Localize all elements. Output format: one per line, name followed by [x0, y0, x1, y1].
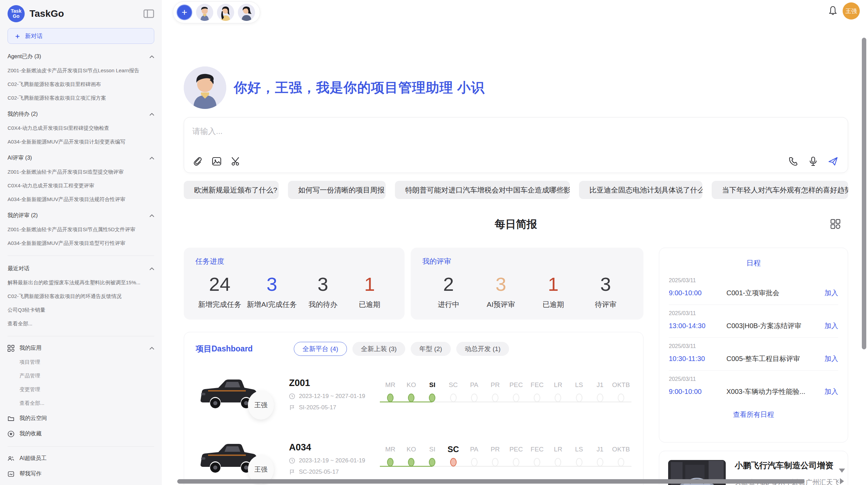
sidebar-item-help-write[interactable]: 帮我写作: [8, 470, 154, 477]
project-dashboard-card: 项目Dashboard 全新平台 (4) 全新上装 (3) 年型 (2) 动总开…: [184, 332, 643, 485]
task-item[interactable]: Z001-全新燃油轻卡产品开发项目SI节点属性5D文件评审: [8, 226, 154, 233]
collaborator-avatar[interactable]: [217, 4, 234, 21]
recent-chat-item[interactable]: C02-飞腾新能源轻客改款项目的闭环通告反馈情况: [8, 293, 154, 300]
logo-text-1: Task: [11, 9, 22, 14]
tab-powertrain[interactable]: 动总开发 (1): [456, 342, 509, 356]
suggestion-chips: 欧洲新规最近颁布了什么? 如何写一份清晰的项目周报 特朗普可能对进口汽车增税会对…: [184, 181, 848, 199]
stat-label: 进行中: [428, 300, 469, 309]
view-all-apps-link[interactable]: 查看全部...: [20, 400, 154, 407]
suggestion-chip[interactable]: 特朗普可能对进口汽车增税会对中国车企造成哪些影响: [395, 181, 570, 199]
suggestion-chip[interactable]: 当下年轻人对汽车外观有怎样的喜好趋势: [712, 181, 848, 199]
send-icon[interactable]: [828, 156, 838, 166]
chevron-up-icon: [149, 267, 154, 270]
flag-text: SC-2025-05-17: [299, 469, 339, 475]
notification-bell-icon[interactable]: [828, 5, 837, 16]
project-row-z001[interactable]: 王强 Z001 2023-12-19 ~ 2027-01-19 SI-2025-…: [196, 368, 631, 420]
suggestion-chip[interactable]: 欧洲新规最近颁布了什么?: [184, 181, 279, 199]
task-item[interactable]: Z001-全新燃油轻卡产品开发项目SI造型提交物评审: [8, 169, 154, 175]
chevron-up-icon: [149, 55, 154, 58]
sidebar-item-cloud-space[interactable]: 我的云空间: [8, 415, 154, 422]
task-item[interactable]: Z001-全新燃油皮卡产品开发项目SI节点Lesson Learn报告: [8, 67, 154, 74]
vertical-scrollbar[interactable]: [862, 38, 866, 349]
chevron-up-icon: [149, 214, 154, 217]
suggestion-chip[interactable]: 如何写一份清晰的项目周报: [288, 181, 386, 199]
section-header-my-review[interactable]: 我的评审 (2): [8, 212, 154, 219]
project-row-a034[interactable]: 王强 A034 2023-12-19 ~ 2026-01-19 SC-2025-…: [196, 433, 631, 485]
tab-model-year[interactable]: 年型 (2): [411, 342, 451, 356]
join-button[interactable]: 加入: [824, 387, 838, 396]
view-all-chats-link[interactable]: 查看全部...: [8, 321, 154, 327]
recent-chat-item[interactable]: 公司Q3轻卡销量: [8, 307, 154, 313]
layout-grid-icon[interactable]: [830, 219, 841, 229]
scissors-icon[interactable]: [231, 156, 241, 166]
my-reviews-title: 我的评审: [422, 257, 632, 266]
tab-new-platform[interactable]: 全新平台 (4): [294, 342, 347, 356]
app-item-change-mgmt[interactable]: 变更管理: [20, 386, 154, 393]
section-header-ai-review[interactable]: AI评审 (3): [8, 154, 154, 162]
logo-text-2: Go: [13, 14, 19, 19]
task-item[interactable]: A034-全新新能源MUV产品开发项目法规符合性评审: [8, 196, 154, 203]
milestone: OKTB: [611, 381, 631, 408]
milestone: MR: [380, 381, 401, 408]
panel-toggle-icon[interactable]: [143, 9, 154, 18]
event-name: C003|H0B-方案冻结评审: [726, 321, 820, 331]
join-button[interactable]: 加入: [824, 354, 838, 363]
stat-in-progress: 2 进行中: [428, 274, 469, 309]
phone-call-icon[interactable]: [788, 156, 798, 166]
ai-employee-label: AI超级员工: [20, 455, 154, 462]
project-milestone-flag: SI-2025-05-17: [289, 404, 376, 411]
task-item[interactable]: A034-全新新能源MUV产品开发项目造型可行性评审: [8, 240, 154, 247]
task-item[interactable]: C02-飞腾新能源轻客改款项目里程碑画布: [8, 81, 154, 88]
milestone: PR: [485, 381, 506, 408]
greeting-text: 你好，王强，我是你的项目管理助理 小识: [234, 78, 485, 97]
event-time: 13:00-14:30: [669, 322, 726, 330]
collaborator-avatar[interactable]: [196, 4, 213, 21]
section-header-agent-done[interactable]: Agent已办 (3): [8, 53, 154, 60]
suggestion-chip[interactable]: 比亚迪全固态电池计划具体说了什么: [579, 181, 702, 199]
new-chat-button[interactable]: ＋ 新对话: [8, 28, 154, 44]
section-header-recent-chats[interactable]: 最近对话: [8, 265, 154, 272]
join-button[interactable]: 加入: [824, 288, 838, 298]
stat-label: 新增AI完成任务: [247, 300, 297, 309]
view-all-schedule-link[interactable]: 查看所有日程: [669, 410, 838, 419]
tab-new-body[interactable]: 全新上装 (3): [352, 342, 406, 356]
recent-chat-item[interactable]: 解释最新出台的欧盟报废车法规再生塑料比例被调至15%...: [8, 279, 154, 286]
flag-icon: [289, 469, 295, 475]
sidebar-item-favorites[interactable]: 我的收藏: [8, 430, 154, 437]
dashboard-title: 项目Dashboard: [196, 344, 253, 354]
task-item[interactable]: C0X4-动力总成开发项目工程变更评审: [8, 183, 154, 189]
scroll-right-arrow-icon[interactable]: [840, 478, 844, 484]
chat-input[interactable]: [192, 124, 672, 138]
stat-review-overdue: 1 已逾期: [533, 274, 574, 309]
chevron-up-icon: [149, 347, 154, 350]
task-item[interactable]: C02-飞腾新能源轻客改款项目立项汇报方案: [8, 95, 154, 101]
app-item-product-mgmt[interactable]: 产品管理: [20, 373, 154, 379]
task-item[interactable]: A034-全新新能源MUV产品开发项目计划变更表编写: [8, 139, 154, 145]
sidebar-item-my-apps[interactable]: 我的应用: [8, 345, 154, 352]
sidebar-item-ai-employee[interactable]: AI超级员工: [8, 455, 154, 462]
milestone: PR: [485, 445, 506, 472]
user-avatar[interactable]: 王强: [843, 2, 860, 20]
flag-text: SI-2025-05-17: [299, 404, 336, 411]
add-collaborator-button[interactable]: +: [177, 4, 192, 20]
microphone-icon[interactable]: [808, 156, 818, 166]
event-date: 2025/03/11: [669, 277, 838, 284]
app-logo: Task Go: [8, 5, 25, 22]
section-header-my-todo[interactable]: 我的待办 (2): [8, 111, 154, 118]
task-item[interactable]: C0X4-动力总成开发项目SI里程碑提交物检查: [8, 125, 154, 132]
scroll-down-arrow-icon[interactable]: [839, 469, 845, 473]
attachment-icon[interactable]: [192, 156, 203, 166]
collaborator-avatar[interactable]: [238, 4, 255, 21]
horizontal-scrollbar[interactable]: [177, 479, 805, 484]
sidebar: Task Go TaskGo ＋ 新对话 Agent已办 (3) Z001-全新…: [0, 0, 162, 485]
date-range: 2023-12-19 ~ 2026-01-19: [299, 457, 365, 464]
join-button[interactable]: 加入: [824, 321, 838, 331]
divider: [8, 446, 154, 447]
stat-pending-review: 3 待评审: [585, 274, 626, 309]
project-dates: 2023-12-19 ~ 2026-01-19: [289, 457, 376, 464]
project-car-image: 王强: [196, 438, 264, 479]
image-icon[interactable]: [212, 156, 222, 166]
milestone-current: SC: [443, 445, 464, 472]
project-milestone-flag: SC-2025-05-17: [289, 469, 376, 475]
app-item-project-mgmt[interactable]: 项目管理: [20, 359, 154, 365]
